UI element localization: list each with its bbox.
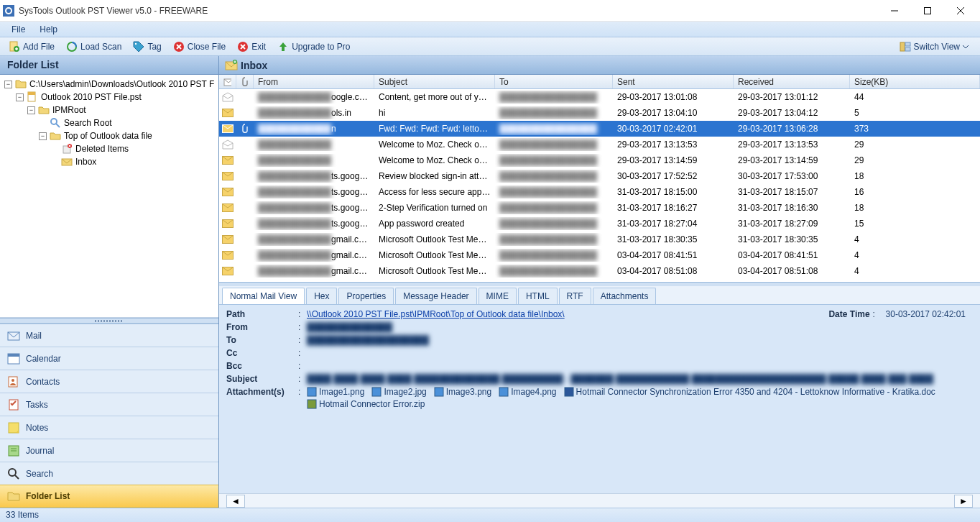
tag-button[interactable]: Tag [129,40,165,54]
nav-tasks[interactable]: Tasks [0,393,218,416]
mail-row[interactable]: ████████████ols.inhi████████████████29-0… [219,105,980,121]
mail-row[interactable]: ████████████ts.google.c…App password cre… [219,216,980,232]
attachment-item[interactable]: Image1.png [307,387,364,397]
upgrade-button[interactable]: Upgrade to Pro [273,40,354,54]
col-from[interactable]: From [254,75,374,88]
col-sent[interactable]: Sent [613,75,734,88]
bottom-scrollbar[interactable]: ◄ ► [219,493,980,508]
mail-row[interactable]: ████████████gmail.comMicrosoft Outlook T… [219,232,980,247]
right-panel: Inbox From Subject To Sent Received Size… [219,56,980,508]
row-mail-icon [219,267,236,275]
mail-row[interactable]: ████████████gmail.comMicrosoft Outlook T… [219,263,980,279]
tab-properties[interactable]: Properties [338,288,394,304]
col-attachment[interactable] [236,75,254,88]
mail-grid[interactable]: ████████████oogle.comContent, get more o… [219,89,980,282]
tab-hex[interactable]: Hex [306,288,337,304]
row-mail-icon [219,124,236,133]
tab-normal-mail-view[interactable]: Normal Mail View [222,288,305,304]
col-to[interactable]: To [495,75,613,88]
col-received[interactable]: Received [734,75,850,88]
nav-calendar[interactable]: Calendar [0,347,218,370]
mail-row[interactable]: ████████████nFwd: Fwd: Fwd: Fwd: lettokn… [219,121,980,137]
svg-point-41 [9,469,16,476]
col-icon[interactable] [219,75,236,88]
detail-subject: ████ ████ ████ ████ ██████████████ █████… [307,374,973,384]
mail-row[interactable]: ████████████oogle.comContent, get more o… [219,89,980,105]
mail-row[interactable]: ████████████ts.google.c…2-Step Verificat… [219,200,980,216]
tree-item[interactable]: Search Root [3,116,216,129]
row-subject: Fwd: Fwd: Fwd: Fwd: lettokn… [374,122,495,135]
nav-notes[interactable]: Notes [0,416,218,439]
nav-contacts[interactable]: Contacts [0,370,218,393]
tree-item[interactable]: Deleted Items [3,142,216,155]
attachment-item[interactable]: Hotmail Connector Error.zip [307,399,425,409]
row-size: 4 [850,233,980,246]
svg-rect-36 [9,400,18,410]
collapse-icon[interactable]: − [39,132,47,140]
scroll-left-button[interactable]: ◄ [226,495,245,508]
attachment-item[interactable]: Image4.png [499,387,556,397]
tree-item[interactable]: Inbox [3,155,216,168]
row-size: 4 [850,265,980,278]
nav-folderlist[interactable]: Folder List [0,485,218,508]
exit-button[interactable]: Exit [233,40,270,54]
row-from: ████████████ts.google.c… [254,170,374,183]
mail-row[interactable]: ████████████ts.google.c…Access for less … [219,184,980,200]
row-sent: 31-03-2017 18:30:35 [613,233,734,246]
svg-rect-20 [905,42,910,46]
tab-mime[interactable]: MIME [479,288,517,304]
close-file-icon [173,41,185,52]
chevron-down-icon [963,44,969,50]
tab-html[interactable]: HTML [518,288,558,304]
row-received: 31-03-2017 18:15:07 [734,186,850,198]
menu-file[interactable]: File [4,23,32,36]
svg-rect-19 [900,42,905,51]
col-size[interactable]: Size(KB) [850,75,980,88]
scroll-right-button[interactable]: ► [954,495,973,508]
row-subject: Microsoft Outlook Test Mess… [374,249,495,262]
menu-help[interactable]: Help [32,23,65,36]
attachment-item[interactable]: Hotmail Connector Synchronization Error … [564,387,935,397]
attachment-item[interactable]: Image3.png [434,387,491,397]
nav-label: Tasks [26,400,48,410]
row-size: 29 [850,154,980,167]
tab-message-header[interactable]: Message Header [395,288,476,304]
svg-point-2 [6,9,11,13]
nav-mail[interactable]: Mail [0,324,218,347]
col-subject[interactable]: Subject [374,75,495,88]
tree-item[interactable]: −IPMRoot [3,104,216,116]
row-from: ████████████oogle.com [254,91,374,104]
tree-item[interactable]: −C:\Users\admin\Downloads\Outlook 2010 P… [3,78,216,91]
close-button[interactable] [944,0,977,22]
nav-journal[interactable]: Journal [0,439,218,462]
tree-item[interactable]: −Outlook 2010 PST File.pst [3,91,216,104]
load-scan-button[interactable]: Load Scan [62,40,126,54]
nav-search[interactable]: Search [0,462,218,485]
close-file-button[interactable]: Close File [169,40,230,54]
maximize-button[interactable] [911,0,944,22]
row-mail-icon [219,251,236,260]
folder-tree[interactable]: −C:\Users\admin\Downloads\Outlook 2010 P… [0,75,218,318]
row-sent: 30-03-2017 02:42:01 [613,122,734,135]
mail-row[interactable]: ████████████gmail.comMicrosoft Outlook T… [219,247,980,263]
tab-rtf[interactable]: RTF [559,288,591,304]
mail-row[interactable]: ████████████ts.google.c…Review blocked s… [219,168,980,184]
detail-path-link[interactable]: \\Outlook [307,309,341,319]
tab-attachments[interactable]: Attachments [593,288,657,304]
add-file-button[interactable]: Add File [4,40,59,54]
tree-item[interactable]: −Top of Outlook data file [3,129,216,142]
mail-row[interactable]: ████████████Welcome to Moz. Check out …█… [219,137,980,152]
split-handle[interactable] [0,318,218,324]
svg-rect-37 [9,423,19,433]
row-received: 29-03-2017 13:01:12 [734,91,850,104]
scan-icon [66,41,78,52]
collapse-icon[interactable]: − [16,93,24,101]
collapse-icon[interactable]: − [27,106,35,114]
switch-view-button[interactable]: Switch View [895,40,973,54]
tree-item-label: Outlook 2010 PST File.pst [41,92,142,102]
attachment-item[interactable]: Image2.jpg [371,387,426,397]
minimize-button[interactable] [878,0,911,22]
collapse-icon[interactable]: − [4,81,12,88]
mail-row[interactable]: ████████████Welcome to Moz. Check out …█… [219,152,980,168]
row-from: ████████████gmail.com [254,265,374,278]
